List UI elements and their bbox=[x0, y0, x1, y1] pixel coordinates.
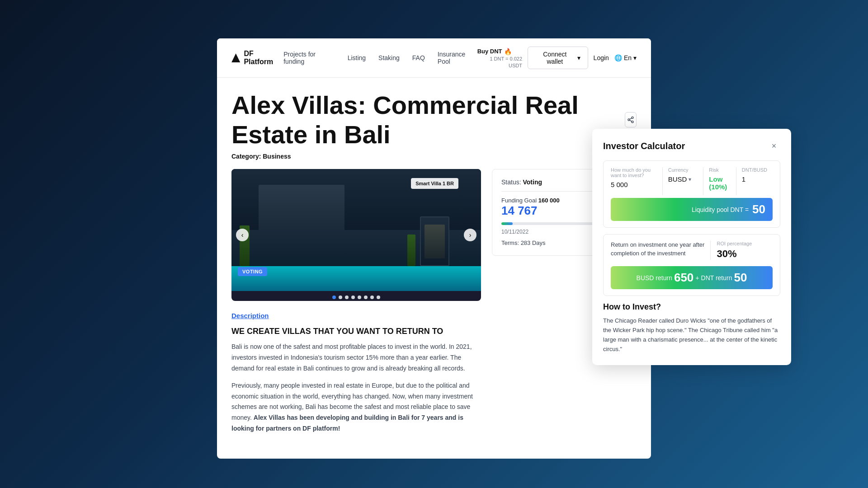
carousel-dots bbox=[231, 291, 481, 301]
connect-wallet-button[interactable]: Connect wallet bbox=[528, 47, 588, 69]
currency-field: Currency BUSD bbox=[668, 167, 704, 195]
svg-point-1 bbox=[628, 119, 630, 121]
carousel-dot-5[interactable] bbox=[358, 296, 361, 299]
date-start: 10/11/2022 bbox=[501, 229, 528, 235]
terms-label: Terms: bbox=[501, 239, 519, 246]
carousel-dot-4[interactable] bbox=[351, 296, 355, 299]
page-content: Alex Villas: Commercial Real Estate in B… bbox=[217, 78, 651, 458]
description-para1: Bali is now one of the safest and most p… bbox=[231, 342, 481, 374]
lang-label: En bbox=[624, 54, 632, 61]
main-container: DF Platform Projects for funding Listing… bbox=[217, 38, 651, 458]
calc-fields-row: How much do you want to invest? 5 000 Cu… bbox=[611, 167, 773, 195]
roi-pct-label: ROI percentage bbox=[717, 241, 773, 246]
funding-label-text: Funding Goal bbox=[501, 197, 537, 204]
category-line: Category: Business bbox=[231, 153, 637, 160]
page-title-row: Alex Villas: Commercial Real Estate in B… bbox=[231, 90, 637, 149]
plus-sign: + bbox=[695, 274, 699, 282]
nav-projects[interactable]: Projects for funding bbox=[283, 51, 335, 65]
share-button[interactable] bbox=[625, 112, 637, 127]
calc-roi-card: Return on investment one year after comp… bbox=[603, 234, 780, 296]
buy-dnt-button[interactable]: Buy DNT bbox=[477, 47, 522, 56]
funding-amount: 14 767 bbox=[501, 204, 594, 218]
dnt-busd-field: DNT/BUSD 1 bbox=[742, 167, 773, 195]
header-right: Buy DNT 1 DNT = 0.022 USDT Connect walle… bbox=[477, 47, 637, 69]
funding-goal-value: 160 000 bbox=[538, 197, 560, 204]
carousel-dot-3[interactable] bbox=[345, 296, 349, 299]
carousel-dot-1[interactable] bbox=[332, 296, 336, 299]
svg-point-2 bbox=[632, 121, 633, 123]
currency-label: Currency bbox=[668, 167, 698, 173]
main-nav: Projects for funding Listing Staking FAQ… bbox=[283, 51, 477, 65]
risk-value: Low (10%) bbox=[709, 175, 730, 191]
calc-header: Investor Calculator × bbox=[603, 140, 780, 152]
status-value: Voting bbox=[523, 178, 542, 186]
calc-close-button[interactable]: × bbox=[768, 140, 780, 152]
dnt-rate: 1 DNT = 0.022 USDT bbox=[477, 56, 522, 69]
currency-select[interactable]: BUSD bbox=[668, 175, 698, 183]
svg-point-0 bbox=[632, 117, 633, 119]
logo[interactable]: DF Platform bbox=[231, 50, 283, 66]
nav-staking[interactable]: Staking bbox=[378, 54, 400, 61]
carousel-prev-button[interactable]: ‹ bbox=[236, 229, 249, 241]
carousel-dot-7[interactable] bbox=[370, 296, 374, 299]
globe-icon bbox=[614, 54, 622, 61]
roi-result-bar: BUSD return 650 + DNT return 50 bbox=[611, 266, 773, 289]
left-column: Smart Villa 1 BR VOTING ‹ › bbox=[231, 169, 481, 440]
busd-return-label: BUSD return bbox=[637, 274, 672, 282]
login-button[interactable]: Login bbox=[594, 54, 609, 61]
status-label: Status: bbox=[501, 178, 521, 186]
image-carousel: Smart Villa 1 BR VOTING ‹ › bbox=[231, 169, 481, 301]
carousel-dot-2[interactable] bbox=[339, 296, 342, 299]
dnt-return-value: 50 bbox=[734, 271, 747, 285]
how-to-invest-section: How to Invest? The Chicago Reader called… bbox=[603, 302, 780, 354]
risk-field: Risk Low (10%) bbox=[709, 167, 736, 195]
lang-chevron-icon bbox=[633, 54, 637, 61]
buy-dnt-section: Buy DNT 1 DNT = 0.022 USDT bbox=[477, 47, 522, 69]
liquidity-value: 50 bbox=[752, 202, 765, 216]
logo-text: DF Platform bbox=[244, 50, 283, 66]
funding-goal-label: Funding Goal 160 000 bbox=[501, 197, 594, 204]
invest-amount-field: How much do you want to invest? 5 000 bbox=[611, 167, 663, 195]
currency-value: BUSD bbox=[668, 175, 687, 183]
carousel-dot-8[interactable] bbox=[377, 296, 380, 299]
svg-line-3 bbox=[630, 120, 632, 122]
dnt-return-label: DNT return bbox=[701, 274, 732, 282]
content-grid: Smart Villa 1 BR VOTING ‹ › bbox=[231, 169, 637, 440]
description-para2-bold: Alex Villas has been developing and buil… bbox=[231, 414, 463, 432]
progress-fill bbox=[501, 222, 513, 225]
terms: Terms: 283 Days bbox=[501, 239, 546, 246]
calc-inputs-card: How much do you want to invest? 5 000 Cu… bbox=[603, 160, 780, 228]
description-heading: WE CREATE VILLAS THAT YOU WANT TO RETURN… bbox=[231, 327, 481, 336]
carousel-dot-6[interactable] bbox=[364, 296, 368, 299]
investor-calculator-popup: Investor Calculator × How much do you wa… bbox=[592, 129, 791, 365]
roi-pct-value: 30% bbox=[717, 248, 773, 260]
calc-title: Investor Calculator bbox=[603, 141, 685, 151]
nav-faq[interactable]: FAQ bbox=[412, 54, 425, 61]
villa-label: Smart Villa 1 BR bbox=[411, 178, 458, 189]
busd-return-value: 650 bbox=[674, 271, 693, 285]
description-link[interactable]: Description bbox=[231, 312, 481, 319]
connect-wallet-label: Connect wallet bbox=[535, 51, 575, 65]
carousel-slide: Smart Villa 1 BR bbox=[231, 169, 481, 291]
site-header: DF Platform Projects for funding Listing… bbox=[217, 38, 651, 78]
language-selector[interactable]: En bbox=[614, 54, 637, 61]
currency-chevron-icon bbox=[689, 176, 691, 183]
category-label: Category: bbox=[231, 153, 261, 160]
fire-icon bbox=[504, 47, 512, 56]
dnt-busd-value: 1 bbox=[742, 175, 767, 183]
logo-icon bbox=[231, 53, 240, 62]
how-to-text: The Chicago Reader called Duro Wicks "on… bbox=[603, 316, 780, 354]
liquidity-result-bar: Liquidity pool DNT = 50 bbox=[611, 198, 773, 221]
risk-label: Risk bbox=[709, 167, 730, 173]
nav-insurance[interactable]: Insurance Pool bbox=[438, 51, 477, 65]
roi-invest-label: Return on investment one year after comp… bbox=[611, 241, 705, 260]
nav-listing[interactable]: Listing bbox=[348, 54, 366, 61]
carousel-next-button[interactable]: › bbox=[464, 229, 476, 241]
dnt-busd-label: DNT/BUSD bbox=[742, 167, 767, 173]
liquidity-label: Liquidity pool DNT = bbox=[692, 206, 749, 213]
description-section: Description WE CREATE VILLAS THAT YOU WA… bbox=[231, 312, 481, 434]
funding-goal-col: Funding Goal 160 000 14 767 bbox=[501, 197, 594, 218]
invest-value[interactable]: 5 000 bbox=[611, 181, 657, 188]
chevron-down-icon bbox=[577, 54, 580, 61]
voting-badge: VOTING bbox=[238, 267, 267, 276]
